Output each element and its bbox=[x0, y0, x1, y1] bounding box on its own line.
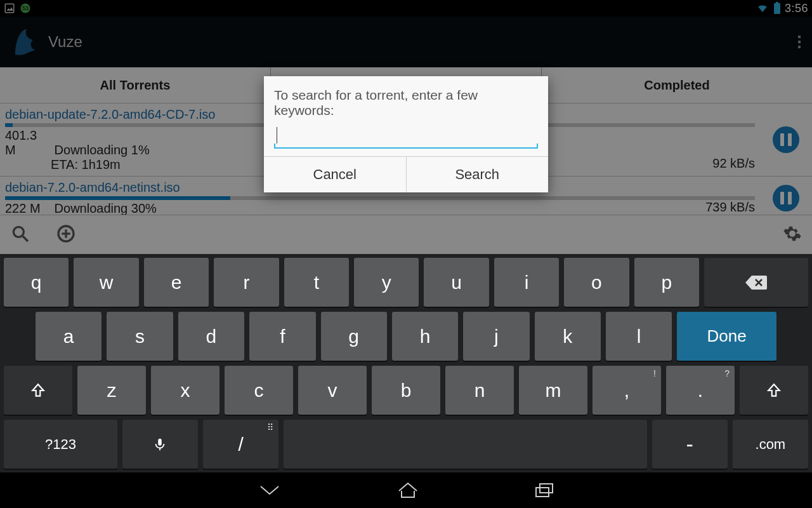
key-c[interactable]: c bbox=[225, 366, 293, 415]
key-x[interactable]: x bbox=[151, 366, 219, 415]
key-v[interactable]: v bbox=[298, 366, 367, 415]
key-q[interactable]: q bbox=[4, 258, 69, 307]
key-h[interactable]: h bbox=[392, 312, 458, 361]
key-g[interactable]: g bbox=[321, 312, 387, 361]
system-nav-bar bbox=[0, 472, 812, 508]
key-r[interactable]: r bbox=[214, 258, 278, 307]
key-period[interactable]: .? bbox=[666, 366, 735, 415]
key-backspace[interactable] bbox=[704, 258, 808, 307]
cancel-button[interactable]: Cancel bbox=[264, 157, 406, 192]
key-m[interactable]: m bbox=[519, 366, 587, 415]
key-u[interactable]: u bbox=[424, 258, 488, 307]
search-button[interactable]: Search bbox=[406, 157, 549, 192]
key-w[interactable]: w bbox=[74, 258, 138, 307]
nav-home-icon[interactable] bbox=[396, 481, 419, 500]
key-p[interactable]: p bbox=[634, 258, 699, 307]
nav-recents-icon[interactable] bbox=[534, 481, 555, 499]
key-b[interactable]: b bbox=[372, 366, 440, 415]
key-n[interactable]: n bbox=[445, 366, 514, 415]
dialog-prompt: To search for a torrent, enter a few key… bbox=[264, 76, 548, 122]
key-voice[interactable] bbox=[122, 420, 198, 469]
key-f[interactable]: f bbox=[249, 312, 315, 361]
key-j[interactable]: j bbox=[463, 312, 529, 361]
svg-rect-11 bbox=[159, 438, 162, 445]
on-screen-keyboard: q w e r t y u i o p a s d f g h j k l Do… bbox=[0, 254, 812, 472]
key-symbols[interactable]: ?123 bbox=[4, 420, 117, 469]
key-e[interactable]: e bbox=[144, 258, 209, 307]
key-dash[interactable]: - bbox=[652, 420, 728, 469]
key-slash[interactable]: /⠿ bbox=[203, 420, 278, 469]
key-o[interactable]: o bbox=[564, 258, 629, 307]
search-input[interactable] bbox=[274, 122, 538, 150]
key-d[interactable]: d bbox=[178, 312, 244, 361]
key-k[interactable]: k bbox=[535, 312, 601, 361]
key-l[interactable]: l bbox=[606, 312, 672, 361]
key-space[interactable] bbox=[284, 420, 646, 469]
key-y[interactable]: y bbox=[354, 258, 419, 307]
key-done[interactable]: Done bbox=[677, 312, 776, 361]
key-dotcom[interactable]: .com bbox=[733, 420, 808, 469]
key-s[interactable]: s bbox=[107, 312, 173, 361]
key-shift-right[interactable] bbox=[740, 366, 808, 415]
key-t[interactable]: t bbox=[284, 258, 349, 307]
key-shift-left[interactable] bbox=[4, 366, 72, 415]
key-a[interactable]: a bbox=[36, 312, 102, 361]
nav-back-icon[interactable] bbox=[257, 481, 282, 499]
search-dialog: To search for a torrent, enter a few key… bbox=[264, 76, 548, 192]
key-i[interactable]: i bbox=[494, 258, 559, 307]
key-comma[interactable]: ,! bbox=[593, 366, 661, 415]
key-z[interactable]: z bbox=[77, 366, 146, 415]
